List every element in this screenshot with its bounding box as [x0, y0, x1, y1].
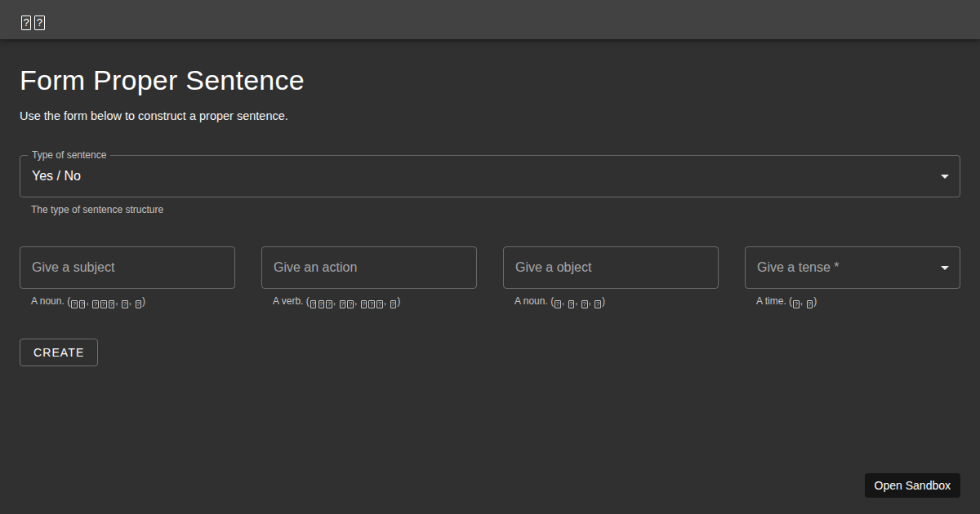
- tense-helper: A time. (?, ?): [756, 295, 949, 308]
- missing-glyph-box: ?: [568, 300, 575, 309]
- missing-glyph-box: ?: [92, 300, 99, 309]
- app-bar-brand: ??: [20, 9, 46, 29]
- missing-glyph-box: ?: [71, 300, 78, 309]
- missing-glyph-box: ?: [807, 300, 813, 309]
- missing-glyph-box: ?: [347, 300, 354, 309]
- subject-helper: A noun. (??, ???, ?, ?): [31, 295, 224, 308]
- app-bar: ??: [0, 0, 980, 39]
- missing-glyph-box: ?: [136, 300, 142, 309]
- missing-glyph-box: ?: [368, 300, 375, 309]
- missing-glyph-box: ?: [326, 300, 332, 309]
- create-button[interactable]: CREATE: [20, 339, 98, 366]
- missing-glyph-box: ?: [318, 300, 325, 309]
- object-input[interactable]: [504, 247, 718, 288]
- subject-input-box: [20, 246, 235, 289]
- tense-select[interactable]: Give a tense *: [745, 246, 960, 289]
- tense-select-placeholder: Give a tense *: [746, 260, 851, 275]
- type-of-sentence-value: Yes / No: [20, 169, 92, 184]
- object-helper: A noun. (?, ?, ?, ?): [514, 295, 707, 308]
- missing-glyph-box: ?: [390, 300, 397, 309]
- missing-glyph-box: ?: [376, 300, 383, 309]
- missing-glyph-box: ?: [340, 300, 346, 309]
- action-field-group: A verb. (???, ??, ???, ?): [261, 246, 477, 308]
- missing-glyph-box: ?: [555, 300, 561, 309]
- subject-input[interactable]: [20, 247, 234, 288]
- missing-glyph-box: ?: [34, 16, 45, 30]
- type-of-sentence-group: Type of sentence Yes / No The type of se…: [20, 155, 960, 216]
- object-field-group: A noun. (?, ?, ?, ?): [503, 246, 719, 308]
- action-helper: A verb. (???, ??, ???, ?): [273, 295, 466, 308]
- main-content: Form Proper Sentence Use the form below …: [0, 64, 980, 366]
- type-of-sentence-label: Type of sentence: [28, 149, 110, 162]
- missing-glyph-box: ?: [595, 300, 601, 309]
- type-of-sentence-select[interactable]: Type of sentence Yes / No: [20, 155, 960, 197]
- sentence-fields-row: A noun. (??, ???, ?, ?) A verb. (???, ??…: [20, 246, 960, 308]
- missing-glyph-box: ?: [21, 16, 32, 30]
- action-input[interactable]: [262, 247, 476, 288]
- type-of-sentence-helper: The type of sentence structure: [31, 204, 949, 216]
- missing-glyph-box: ?: [100, 300, 107, 309]
- missing-glyph-box: ?: [310, 300, 317, 309]
- object-input-box: [503, 246, 719, 289]
- missing-glyph-box: ?: [122, 300, 128, 309]
- missing-glyph-box: ?: [793, 300, 800, 309]
- missing-glyph-box: ?: [361, 300, 368, 309]
- missing-glyph-box: ?: [581, 300, 588, 309]
- arrow-drop-down-icon: [941, 266, 949, 270]
- page-subtitle: Use the form below to construct a proper…: [20, 108, 960, 124]
- missing-glyph-box: ?: [109, 300, 115, 309]
- subject-field-group: A noun. (??, ???, ?, ?): [20, 246, 235, 308]
- tense-field-group: Give a tense * A time. (?, ?): [745, 246, 960, 308]
- open-sandbox-button[interactable]: Open Sandbox: [865, 473, 960, 498]
- action-input-box: [261, 246, 477, 289]
- missing-glyph-box: ?: [79, 300, 86, 309]
- arrow-drop-down-icon: [941, 175, 949, 179]
- page-title: Form Proper Sentence: [20, 64, 960, 96]
